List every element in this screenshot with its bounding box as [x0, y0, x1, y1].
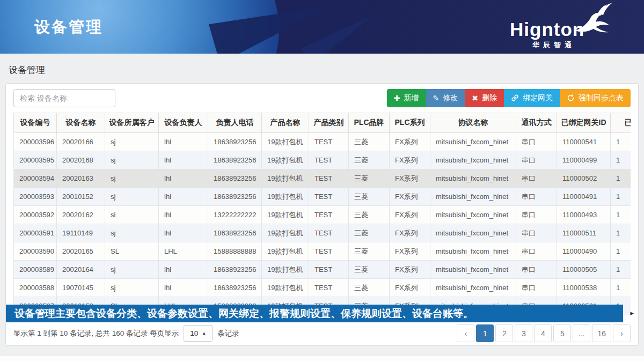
page-list: ‹12345...16› [457, 324, 631, 342]
table-cell: 200003594 [14, 169, 57, 188]
table-cell: 13222222222 [208, 206, 262, 224]
table-cell: 110000490 [557, 242, 611, 261]
table-cell: 串口 [516, 151, 557, 169]
content-panel: ✚ 新增 ✎ 修改 ✖ 删除 绑定网关 [5, 83, 639, 346]
brand-logo: Hignton 华辰智通 [507, 2, 614, 51]
add-button[interactable]: ✚ 新增 [387, 89, 426, 107]
table-row[interactable]: 20000358920020164sjlhl1863892325619款打包机T… [14, 261, 631, 279]
table-cell: lhl [159, 206, 208, 224]
table-cell: mitsubishi_fxcom_hinet [430, 261, 516, 279]
scroll-right-arrow[interactable]: ▸ [630, 309, 634, 317]
column-header[interactable]: 产品类别 [309, 113, 349, 133]
table-cell: mitsubishi_fxcom_hinet [430, 151, 516, 169]
table-cell: 200003588 [14, 279, 57, 297]
table-row[interactable]: 20000359420020163sjlhl1863892325619款打包机T… [14, 169, 631, 188]
prev-page-button[interactable]: ‹ [457, 324, 474, 342]
table-cell: TEST [309, 133, 349, 151]
edit-button[interactable]: ✎ 修改 [426, 89, 465, 107]
column-header[interactable]: 设备名称 [57, 113, 105, 133]
page-ellipsis[interactable]: ... [573, 324, 590, 342]
table-cell: mitsubishi_fxcom_hinet [430, 206, 516, 224]
table-cell: 110000511 [557, 224, 611, 242]
bind-gateway-button[interactable]: 绑定网关 [504, 89, 560, 107]
table-row[interactable]: 20000359620020166sjlhl1863892325619款打包机T… [14, 133, 631, 151]
page-title: 设备管理 [0, 54, 644, 83]
table-cell: lhl [159, 133, 208, 151]
table-cell: 1 [611, 224, 631, 242]
column-header[interactable]: 已绑定网关ID [557, 113, 611, 133]
table-cell: 200003590 [14, 242, 57, 261]
table-cell: 15888888888 [208, 242, 262, 261]
table-cell: mitsubishi_fxcom_hinet [430, 133, 516, 151]
table-cell: 200003591 [14, 224, 57, 242]
table-cell: 三菱 [349, 279, 390, 297]
table-cell: TEST [309, 151, 349, 169]
brand-name: Hignton [510, 19, 584, 40]
table-cell: 19110149 [57, 224, 105, 242]
table-cell: TEST [309, 279, 349, 297]
table-cell: 20020162 [57, 206, 105, 224]
table-cell: lhl [159, 279, 208, 297]
table-cell: 串口 [516, 188, 557, 206]
page-button-1[interactable]: 1 [476, 324, 494, 342]
table-cell: 串口 [516, 169, 557, 188]
table-row[interactable]: 20000359520020168sjlhl1863892325619款打包机T… [14, 151, 631, 169]
page-size-dropdown[interactable]: 10 ▲ [184, 325, 213, 342]
table-cell: FX系列 [390, 206, 430, 224]
pagination-summary-prefix: 显示第 1 到第 10 条记录, 总共 160 条记录 每页显示 [13, 329, 179, 338]
column-header[interactable]: 产品名称 [262, 113, 309, 133]
column-header[interactable]: PLC品牌 [349, 113, 390, 133]
table-cell: 串口 [516, 261, 557, 279]
table-cell: 19款打包机 [262, 169, 309, 188]
column-header[interactable]: 设备所属客户 [105, 113, 159, 133]
page-button-2[interactable]: 2 [495, 324, 513, 342]
table-cell: mitsubishi_fxcom_hinet [430, 224, 516, 242]
next-page-button[interactable]: › [613, 324, 631, 342]
table-row[interactable]: 20000359119110149sjlhl1863892325619款打包机T… [14, 224, 631, 242]
column-header[interactable]: 设备编号 [14, 113, 57, 133]
table-cell: 110000499 [557, 151, 611, 169]
column-header[interactable]: PLC系列 [390, 113, 430, 133]
top-header: 设备管理 Hignton 华辰智通 [0, 0, 644, 54]
table-row[interactable]: 20000358819070145sjlhl1863892325619款打包机T… [14, 279, 631, 297]
column-header[interactable]: 通讯方式 [516, 113, 557, 133]
table-cell: 18638923256 [208, 133, 262, 151]
page-button-16[interactable]: 16 [592, 324, 611, 342]
table-cell: 110000541 [557, 133, 611, 151]
search-input[interactable] [13, 89, 115, 107]
plus-icon: ✚ [394, 94, 400, 102]
table-cell: 三菱 [349, 242, 390, 261]
page-button-5[interactable]: 5 [553, 324, 571, 342]
table-cell: FX系列 [390, 242, 430, 261]
toolbar-button-group: ✚ 新增 ✎ 修改 ✖ 删除 绑定网关 [387, 89, 631, 107]
table-cell: mitsubishi_fxcom_hinet [430, 169, 516, 188]
bottom-strip [0, 355, 644, 362]
table-cell: 1 [611, 169, 631, 188]
table-cell: 110000505 [557, 261, 611, 279]
table-cell: 1 [611, 279, 631, 297]
table-cell: mitsubishi_fxcom_hinet [430, 279, 516, 297]
table-cell: 20020166 [57, 133, 105, 151]
page-button-4[interactable]: 4 [534, 324, 552, 342]
table-cell: 110000538 [557, 279, 611, 297]
force-sync-button-label: 强制同步点表 [579, 93, 624, 103]
table-row[interactable]: 20000359020020165SLLHL1588888888819款打包机T… [14, 242, 631, 261]
table-cell: 19款打包机 [262, 151, 309, 169]
column-header[interactable]: 设备负责人 [159, 113, 208, 133]
table-cell: 18638923256 [208, 188, 262, 206]
column-header[interactable]: 负责人电话 [208, 113, 262, 133]
delete-button-label: 删除 [482, 93, 497, 103]
column-header[interactable]: 协议名称 [430, 113, 516, 133]
table-cell: 19款打包机 [262, 188, 309, 206]
table-cell: FX系列 [390, 188, 430, 206]
table-cell: 20020165 [57, 242, 105, 261]
table-row[interactable]: 20000359320010152sjlhl1863892325619款打包机T… [14, 188, 631, 206]
table-cell: LHL [159, 242, 208, 261]
table-cell: sj [105, 279, 159, 297]
table-cell: 18638923256 [208, 261, 262, 279]
force-sync-button[interactable]: 强制同步点表 [560, 89, 631, 107]
delete-button[interactable]: ✖ 删除 [465, 89, 504, 107]
table-row[interactable]: 20000359220020162sllhl1322222222219款打包机T… [14, 206, 631, 224]
page-button-3[interactable]: 3 [515, 324, 532, 342]
column-header[interactable]: 已绑 [611, 113, 631, 133]
